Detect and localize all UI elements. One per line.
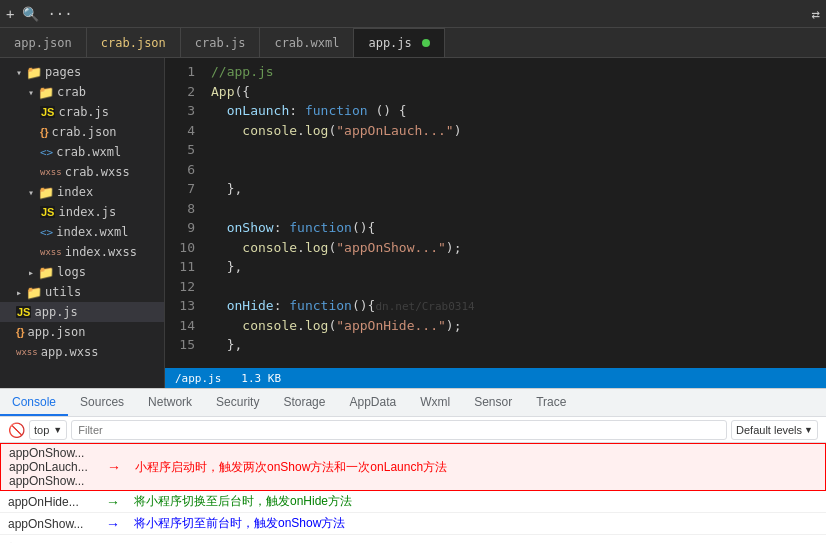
arrow-icon: → <box>107 459 123 475</box>
add-icon[interactable]: + <box>6 6 14 22</box>
folder-icon: 📁 <box>26 285 42 300</box>
tab-app-json[interactable]: app.json <box>0 28 87 57</box>
json-icon: {} <box>16 326 25 338</box>
console-text: appOnLauch... <box>9 460 99 474</box>
sidebar-item-app-wxss[interactable]: wxss app.wxss <box>0 342 164 362</box>
wxss-icon: wxss <box>16 347 38 357</box>
console-message: 小程序启动时，触发两次onShow方法和一次onLaunch方法 <box>135 459 447 476</box>
wxss-icon: wxss <box>40 247 62 257</box>
console-row: appOnShow... → 将小程序切至前台时，触发onShow方法 <box>0 513 826 535</box>
console-input-row: › <box>0 535 826 543</box>
arrow-icon: ▸ <box>28 267 38 278</box>
sidebar-item-app-js[interactable]: JS app.js <box>0 302 164 322</box>
clear-icon[interactable]: 🚫 <box>8 422 25 438</box>
folder-icon: 📁 <box>38 265 54 280</box>
unsaved-dot <box>422 39 430 47</box>
console-output: appOnShow... appOnLauch... appOnShow... … <box>0 443 826 543</box>
sidebar-item-crab-js[interactable]: JS crab.js <box>0 102 164 122</box>
code-content[interactable]: //app.js App({ onLaunch: function () { c… <box>203 58 826 368</box>
file-tree-sidebar: ▾ 📁 pages ▾ 📁 crab JS crab.js {} crab.js… <box>0 58 165 388</box>
sidebar-item-index-wxss[interactable]: wxss index.wxss <box>0 242 164 262</box>
devtools-tab-appdata[interactable]: AppData <box>337 389 408 416</box>
devtools-tab-trace[interactable]: Trace <box>524 389 578 416</box>
js-icon: JS <box>40 206 55 218</box>
devtools-tab-network[interactable]: Network <box>136 389 204 416</box>
devtools-toolbar: 🚫 top ▼ Default levels ▼ <box>0 417 826 443</box>
console-message: 将小程序切换至后台时，触发onHide方法 <box>134 493 352 510</box>
devtools-tab-bar: Console Sources Network Security Storage… <box>0 389 826 417</box>
file-size: 1.3 KB <box>241 372 281 385</box>
devtools-panel: Console Sources Network Security Storage… <box>0 388 826 543</box>
devtools-tab-console[interactable]: Console <box>0 389 68 416</box>
wxml-icon: <> <box>40 226 53 239</box>
filter-input[interactable] <box>71 420 727 440</box>
sidebar-item-index-wxml[interactable]: <> index.wxml <box>0 222 164 242</box>
sidebar-item-index[interactable]: ▾ 📁 index <box>0 182 164 202</box>
main-content: ▾ 📁 pages ▾ 📁 crab JS crab.js {} crab.js… <box>0 58 826 388</box>
code-status-bar: /app.js 1.3 KB <box>165 368 826 388</box>
chevron-down-icon: ▼ <box>804 425 813 435</box>
devtools-tab-sensor[interactable]: Sensor <box>462 389 524 416</box>
code-area[interactable]: 1234 5678 9101112 131415 //app.js App({ … <box>165 58 826 368</box>
arrow-icon: → <box>106 516 122 532</box>
sidebar-item-pages[interactable]: ▾ 📁 pages <box>0 62 164 82</box>
levels-selector[interactable]: Default levels ▼ <box>731 420 818 440</box>
tab-crab-wxml[interactable]: crab.wxml <box>260 28 354 57</box>
arrow-icon: ▾ <box>28 187 38 198</box>
console-text: appOnShow... <box>8 517 98 531</box>
split-icon[interactable]: ⇄ <box>812 6 820 22</box>
json-icon: {} <box>40 126 49 138</box>
top-toolbar: + 🔍 ··· ⇄ <box>0 0 826 28</box>
sidebar-item-utils[interactable]: ▸ 📁 utils <box>0 282 164 302</box>
folder-icon: 📁 <box>38 85 54 100</box>
context-selector[interactable]: top ▼ <box>29 420 67 440</box>
line-numbers: 1234 5678 9101112 131415 <box>165 58 203 368</box>
wxml-icon: <> <box>40 146 53 159</box>
arrow-icon: ▾ <box>16 67 26 78</box>
arrow-icon: ▸ <box>16 287 26 298</box>
editor-tab-bar: app.json crab.json crab.js crab.wxml app… <box>0 28 826 58</box>
tab-crab-json[interactable]: crab.json <box>87 28 181 57</box>
sidebar-item-crab-json[interactable]: {} crab.json <box>0 122 164 142</box>
wxss-icon: wxss <box>40 167 62 177</box>
sidebar-item-app-json[interactable]: {} app.json <box>0 322 164 342</box>
file-path: /app.js <box>175 372 221 385</box>
console-text: appOnShow... <box>9 446 99 460</box>
tab-app-js[interactable]: app.js <box>354 28 444 57</box>
sidebar-item-crab-wxml[interactable]: <> crab.wxml <box>0 142 164 162</box>
arrow-icon: → <box>106 494 122 510</box>
sidebar-item-index-js[interactable]: JS index.js <box>0 202 164 222</box>
devtools-tab-storage[interactable]: Storage <box>271 389 337 416</box>
chevron-down-icon: ▼ <box>53 425 62 435</box>
more-icon[interactable]: ··· <box>47 6 72 22</box>
folder-icon: 📁 <box>38 185 54 200</box>
search-icon[interactable]: 🔍 <box>22 6 39 22</box>
console-text: appOnShow... <box>9 474 99 488</box>
sidebar-item-logs[interactable]: ▸ 📁 logs <box>0 262 164 282</box>
js-icon: JS <box>40 106 55 118</box>
tab-crab-js[interactable]: crab.js <box>181 28 261 57</box>
js-icon: JS <box>16 306 31 318</box>
devtools-tab-wxml[interactable]: Wxml <box>408 389 462 416</box>
devtools-tab-sources[interactable]: Sources <box>68 389 136 416</box>
code-editor: 1234 5678 9101112 131415 //app.js App({ … <box>165 58 826 388</box>
console-row: appOnHide... → 将小程序切换至后台时，触发onHide方法 <box>0 491 826 513</box>
console-row-highlighted: appOnShow... appOnLauch... appOnShow... … <box>0 443 826 491</box>
console-prompt-icon: › <box>8 537 16 543</box>
console-message: 将小程序切至前台时，触发onShow方法 <box>134 515 345 532</box>
sidebar-item-crab-wxss[interactable]: wxss crab.wxss <box>0 162 164 182</box>
sidebar-item-crab[interactable]: ▾ 📁 crab <box>0 82 164 102</box>
console-text: appOnHide... <box>8 495 98 509</box>
arrow-icon: ▾ <box>28 87 38 98</box>
folder-icon: 📁 <box>26 65 42 80</box>
devtools-tab-security[interactable]: Security <box>204 389 271 416</box>
